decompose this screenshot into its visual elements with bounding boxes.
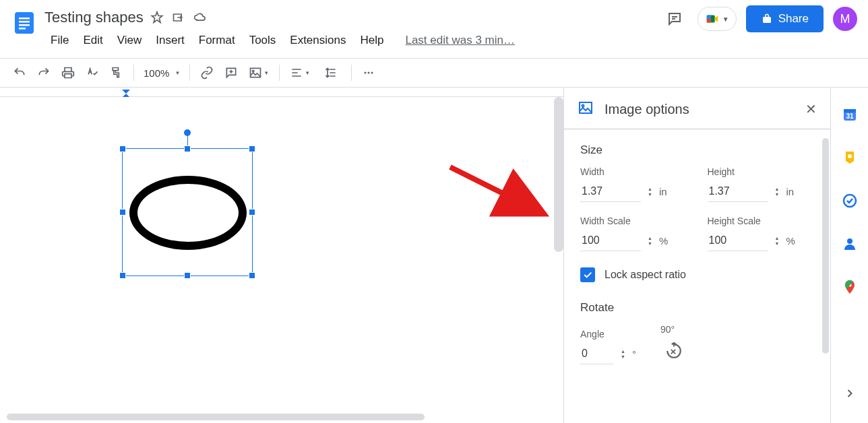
resize-handle-bl[interactable] xyxy=(119,272,126,279)
angle-stepper[interactable]: ▲▼ xyxy=(621,349,625,359)
right-rail: 31 xyxy=(830,88,868,423)
menu-extensions[interactable]: Extensions xyxy=(284,31,352,50)
header: Testing shapes File Edit View Insert For… xyxy=(0,0,868,54)
menu-file[interactable]: File xyxy=(44,31,75,50)
main-area: Image options ✕ Size Width ▲▼ in Height xyxy=(0,88,868,423)
lock-aspect-checkbox[interactable] xyxy=(580,267,595,282)
width-unit: in xyxy=(659,186,667,197)
page[interactable] xyxy=(0,97,563,423)
vertical-scrollbar[interactable] xyxy=(554,97,563,252)
meet-button[interactable]: ▼ xyxy=(698,7,737,31)
resize-handle-tr[interactable] xyxy=(249,145,255,152)
hide-panel-icon[interactable] xyxy=(843,387,857,403)
add-comment-icon[interactable] xyxy=(220,63,243,83)
height-input[interactable] xyxy=(708,181,768,202)
close-icon[interactable]: ✕ xyxy=(805,101,817,117)
resize-handle-bm[interactable] xyxy=(184,272,191,279)
svg-rect-7 xyxy=(706,19,710,23)
width-label: Width xyxy=(580,166,687,177)
contacts-icon[interactable] xyxy=(842,236,858,252)
svg-text:31: 31 xyxy=(846,112,854,120)
height-stepper[interactable]: ▲▼ xyxy=(775,187,780,197)
link-icon[interactable] xyxy=(195,63,218,83)
resize-handle-tm[interactable] xyxy=(184,145,191,152)
menu-format[interactable]: Format xyxy=(193,31,241,50)
width-input[interactable] xyxy=(580,181,641,202)
svg-point-10 xyxy=(365,72,367,74)
width-scale-label: Width Scale xyxy=(580,216,687,226)
width-stepper[interactable]: ▲▼ xyxy=(648,187,652,197)
caret-down-icon: ▼ xyxy=(722,15,729,23)
size-section-title: Size xyxy=(580,143,814,157)
svg-rect-1 xyxy=(19,18,30,20)
svg-rect-3 xyxy=(19,24,30,26)
svg-rect-0 xyxy=(15,12,34,34)
height-scale-unit: % xyxy=(786,235,795,247)
keep-icon[interactable] xyxy=(842,150,858,166)
horizontal-scrollbar[interactable] xyxy=(7,414,425,420)
menu-help[interactable]: Help xyxy=(354,31,390,50)
more-icon[interactable] xyxy=(357,63,380,83)
calendar-icon[interactable]: 31 xyxy=(842,106,858,123)
undo-icon[interactable] xyxy=(8,63,31,83)
zoom-select[interactable]: 100%▼ xyxy=(140,67,184,79)
panel-scrollbar[interactable] xyxy=(822,138,829,354)
svg-point-20 xyxy=(848,154,852,158)
svg-rect-2 xyxy=(19,21,30,23)
resize-handle-ml[interactable] xyxy=(119,209,126,216)
ruler[interactable] xyxy=(0,88,563,97)
image-icon xyxy=(578,100,594,119)
rotate-section-title: Rotate xyxy=(580,301,814,315)
ninety-label: 90° xyxy=(660,324,687,335)
docs-logo[interactable] xyxy=(11,5,38,40)
ellipse-shape[interactable] xyxy=(129,176,247,250)
selected-shape[interactable] xyxy=(122,148,253,276)
svg-rect-4 xyxy=(19,28,26,30)
width-scale-input[interactable] xyxy=(580,230,641,251)
height-scale-stepper[interactable]: ▲▼ xyxy=(775,236,780,246)
rotate-90-button[interactable] xyxy=(660,337,687,364)
svg-point-9 xyxy=(253,70,255,72)
last-edit-link[interactable]: Last edit was 3 min… xyxy=(405,34,515,47)
svg-point-12 xyxy=(371,72,373,74)
print-icon[interactable] xyxy=(57,63,80,83)
spellcheck-icon[interactable] xyxy=(81,63,104,83)
document-title[interactable]: Testing shapes xyxy=(44,9,144,26)
account-avatar[interactable]: M xyxy=(833,7,857,31)
titlebar: Testing shapes File Edit View Insert For… xyxy=(44,5,661,50)
cloud-icon[interactable] xyxy=(193,11,207,24)
angle-input[interactable] xyxy=(580,344,614,364)
svg-point-11 xyxy=(368,72,370,74)
width-scale-stepper[interactable]: ▲▼ xyxy=(648,236,652,246)
svg-point-22 xyxy=(847,238,852,244)
lock-aspect-label: Lock aspect ratio xyxy=(604,269,686,281)
panel-title: Image options xyxy=(604,102,689,117)
angle-unit: ° xyxy=(632,348,636,360)
share-button[interactable]: Share xyxy=(746,5,824,32)
width-scale-unit: % xyxy=(659,235,668,247)
line-spacing-icon[interactable] xyxy=(316,63,346,83)
height-unit: in xyxy=(786,186,794,197)
svg-rect-6 xyxy=(706,15,710,20)
menubar: File Edit View Insert Format Tools Exten… xyxy=(44,31,661,50)
share-label: Share xyxy=(778,12,809,26)
tasks-icon[interactable] xyxy=(842,193,858,209)
star-icon[interactable] xyxy=(150,11,164,24)
comment-history-icon[interactable] xyxy=(661,5,688,32)
menu-tools[interactable]: Tools xyxy=(243,31,282,50)
align-icon[interactable]: ▼ xyxy=(285,63,315,83)
maps-icon[interactable] xyxy=(842,279,858,295)
document-area[interactable] xyxy=(0,88,563,423)
angle-label: Angle xyxy=(580,329,636,339)
menu-view[interactable]: View xyxy=(111,31,148,50)
resize-handle-tl[interactable] xyxy=(119,145,126,152)
resize-handle-mr[interactable] xyxy=(249,209,255,216)
insert-image-icon[interactable]: ▼ xyxy=(244,63,274,83)
resize-handle-br[interactable] xyxy=(249,272,255,279)
height-scale-input[interactable] xyxy=(708,230,768,251)
redo-icon[interactable] xyxy=(32,63,55,83)
menu-edit[interactable]: Edit xyxy=(77,31,108,50)
move-icon[interactable] xyxy=(172,11,185,24)
menu-insert[interactable]: Insert xyxy=(150,31,191,50)
paint-format-icon[interactable] xyxy=(105,63,128,83)
